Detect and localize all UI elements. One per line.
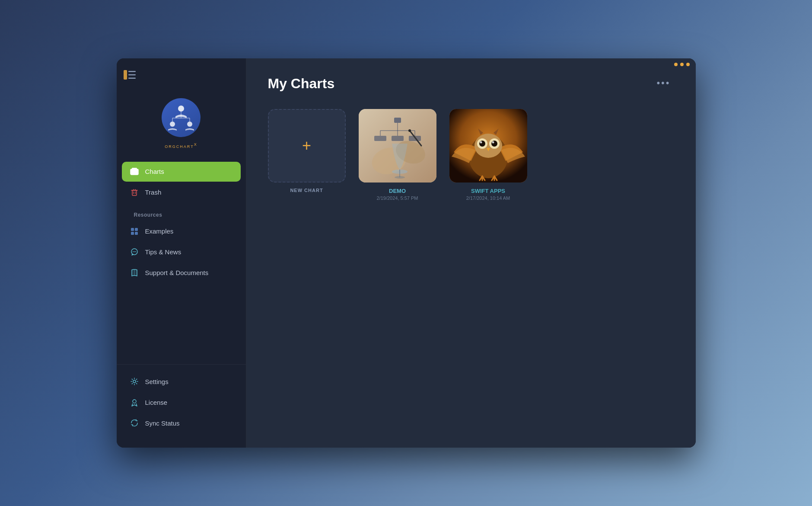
sidebar-item-settings[interactable]: Settings [122,371,241,391]
trash-icon [129,187,140,198]
sidebar-item-charts[interactable]: Charts [122,162,241,182]
grid-icon [129,226,140,237]
svg-rect-11 [131,169,138,175]
svg-point-57 [480,141,482,144]
main-nav: Charts Trash Resources [117,162,246,357]
svg-rect-16 [132,190,137,195]
demo-chart-label: DEMO [389,188,406,194]
sidebar-item-trash[interactable]: Trash [122,183,241,202]
sidebar: ORGCHARTX Charts [117,58,246,448]
svg-rect-0 [124,70,127,80]
svg-point-6 [187,122,192,127]
settings-label: Settings [145,378,169,385]
app-window: ORGCHARTX Charts [117,58,696,448]
svg-rect-34 [394,118,401,123]
more-options-button[interactable]: ••• [653,76,674,90]
settings-icon [129,376,140,387]
avatar [162,98,201,137]
svg-point-55 [479,141,485,147]
support-label: Support & Documents [145,269,209,276]
svg-point-5 [170,122,175,127]
license-icon [129,397,140,408]
svg-rect-3 [128,78,136,79]
charts-icon [129,166,140,177]
license-label: License [145,399,168,406]
svg-point-28 [134,251,135,252]
svg-point-31 [133,380,136,383]
app-logo-label: ORGCHARTX [165,142,197,149]
charts-label: Charts [145,168,164,175]
svg-rect-25 [135,232,138,235]
window-dot-2 [680,63,684,66]
svg-rect-23 [135,228,138,231]
page-title: My Charts [268,76,335,92]
svg-rect-40 [374,136,386,141]
resources-label: Resources [122,203,241,221]
sidebar-item-license[interactable]: License [122,392,241,412]
sidebar-item-sync-status[interactable]: Sync Status [122,413,241,433]
new-chart-card[interactable]: + NEW CHART [268,109,346,201]
new-chart-plus-icon: + [302,137,311,155]
svg-rect-22 [131,228,134,231]
logo-suffix: X [194,142,197,147]
new-chart-label: NEW CHART [290,188,323,193]
swift-apps-chart-card[interactable]: SWIFT APPS 2/17/2024, 10:14 AM [449,109,527,201]
window-dot-1 [674,63,678,66]
charts-grid: + NEW CHART [268,109,674,201]
svg-point-58 [492,141,494,144]
svg-rect-24 [131,232,134,235]
svg-rect-41 [392,136,404,141]
window-dots [668,58,696,70]
sidebar-bottom: Settings License [117,364,246,441]
svg-point-49 [408,129,411,132]
svg-point-27 [133,251,134,252]
svg-point-4 [178,106,184,112]
trash-label: Trash [145,189,162,196]
svg-point-56 [491,141,497,147]
sync-status-label: Sync Status [145,420,180,427]
main-content: My Charts ••• + NEW CHART [246,58,696,448]
svg-point-29 [135,251,136,252]
demo-chart-date: 2/19/2024, 5:57 PM [376,195,418,201]
demo-chart-thumbnail[interactable] [359,109,436,183]
sidebar-toggle-button[interactable] [117,65,246,86]
sync-icon [129,417,140,429]
svg-rect-2 [128,74,136,76]
svg-point-47 [395,176,405,179]
svg-rect-12 [132,168,137,169]
book-icon [129,267,140,279]
demo-chart-card[interactable]: DEMO 2/19/2024, 5:57 PM [359,109,436,201]
tips-news-label: Tips & News [145,248,182,256]
speech-icon [129,247,140,258]
swift-apps-chart-label: SWIFT APPS [471,188,505,194]
swift-apps-chart-date: 2/17/2024, 10:14 AM [466,195,510,201]
svg-rect-1 [128,71,136,72]
window-dot-3 [686,63,690,66]
new-chart-thumbnail[interactable]: + [268,109,346,183]
examples-label: Examples [145,227,174,235]
sidebar-item-tips-news[interactable]: Tips & News [122,242,241,262]
main-header: My Charts ••• [268,76,674,92]
swift-apps-chart-thumbnail[interactable] [449,109,527,183]
logo-name: ORGCHART [165,144,194,149]
sidebar-item-examples[interactable]: Examples [122,221,241,241]
logo-area: ORGCHARTX [117,90,246,162]
svg-point-32 [133,400,136,403]
sidebar-item-support[interactable]: Support & Documents [122,263,241,283]
